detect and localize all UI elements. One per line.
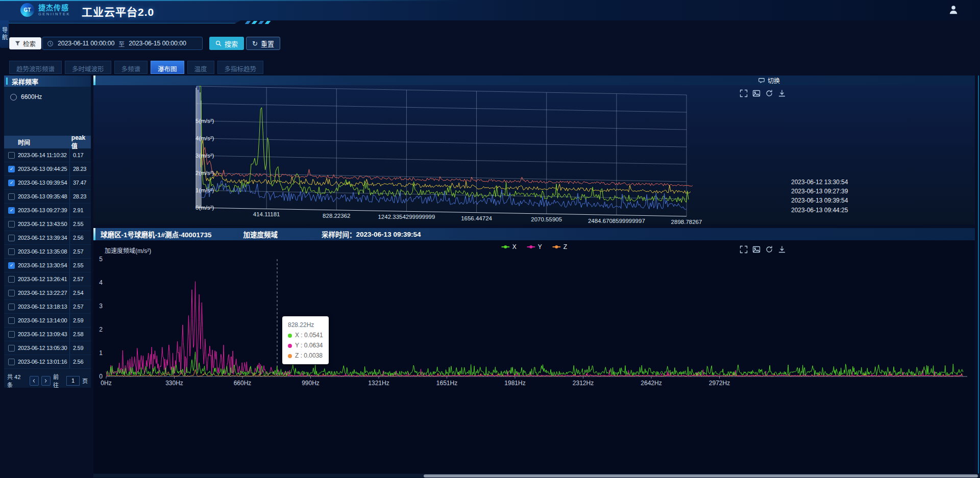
legend-item-z[interactable]: Z — [552, 243, 567, 250]
row-peak: 2.55 — [69, 217, 91, 231]
tab-6[interactable]: 多指标趋势 — [217, 61, 264, 74]
frequency-options: 6600Hz — [4, 87, 91, 136]
table-row[interactable]: ✓2023-06-13 09:39:5437.47 — [4, 176, 91, 190]
table-row[interactable]: 2023-06-12 13:01:162.56 — [4, 355, 91, 369]
sample-time-label: 采样时间： — [322, 229, 356, 239]
legend-item-x[interactable]: X — [501, 243, 517, 250]
row-checkbox[interactable] — [8, 152, 15, 159]
table-row[interactable]: 2023-06-12 13:26:412.57 — [4, 272, 91, 286]
row-checkbox[interactable] — [8, 345, 15, 351]
fullscreen-icon[interactable] — [740, 89, 748, 97]
user-icon[interactable] — [948, 5, 959, 15]
prev-page-button[interactable] — [30, 376, 39, 386]
svg-text:1656.44724: 1656.44724 — [461, 215, 492, 221]
row-peak: 2.57 — [69, 245, 91, 258]
svg-text:1242.3354299999999: 1242.3354299999999 — [378, 214, 435, 220]
measure-type: 加速度频域 — [243, 229, 278, 239]
table-row[interactable]: ✓2023-06-13 09:44:2528.23 — [4, 162, 91, 176]
row-checkbox[interactable] — [8, 317, 15, 324]
row-time: 2023-06-12 13:26:41 — [18, 276, 69, 282]
brand-name-cn: 捷杰传感 — [38, 4, 70, 12]
row-checkbox[interactable]: ✓ — [8, 207, 15, 214]
panel-accent — [93, 76, 95, 85]
row-checkbox[interactable]: ✓ — [8, 180, 15, 186]
page-number-input[interactable] — [66, 376, 80, 386]
save-image-icon[interactable] — [752, 245, 761, 254]
date-start-input[interactable]: 2023-06-11 00:00:00 — [58, 40, 114, 47]
waterfall-legend-item[interactable]: 2023-06-13 09:39:54 — [791, 196, 848, 205]
row-checkbox[interactable]: ✓ — [8, 262, 15, 269]
row-peak: 2.55 — [69, 259, 91, 272]
svg-text:2484.6708599999997: 2484.6708599999997 — [588, 218, 645, 224]
row-checkbox[interactable] — [8, 331, 15, 338]
table-row[interactable]: 2023-06-13 09:35:4828.23 — [4, 190, 91, 204]
waterfall-chart[interactable]: 5(m/s²)4(m/s²)3(m/s²)2(m/s²)1(m/s²)0(m/s… — [93, 85, 789, 224]
date-range-picker[interactable]: 2023-06-11 00:00:00 至 2023-06-15 00:00:0… — [42, 37, 203, 50]
search-button[interactable]: 搜索 — [209, 37, 244, 50]
tab-5[interactable]: 温度 — [187, 61, 214, 74]
svg-text:2312Hz: 2312Hz — [573, 380, 594, 387]
waterfall-legend-item[interactable]: 2023-06-13 09:27:39 — [791, 187, 848, 196]
chevron-left-icon — [31, 378, 37, 384]
frequency-radio-6600hz[interactable]: 6600Hz — [10, 93, 85, 100]
row-peak: 28.23 — [69, 190, 91, 203]
svg-text:4: 4 — [99, 279, 103, 286]
waterfall-legend-item[interactable]: 2023-06-12 13:30:54 — [791, 178, 848, 187]
radio-circle-icon[interactable] — [10, 94, 17, 100]
table-row[interactable]: ✓2023-06-12 13:30:542.55 — [4, 259, 91, 272]
page-title: 工业云平台2.0 — [82, 4, 154, 19]
fullscreen-icon[interactable] — [740, 245, 748, 254]
svg-text:1: 1 — [99, 349, 103, 357]
restore-icon[interactable] — [765, 245, 773, 254]
restore-icon[interactable] — [765, 89, 773, 97]
row-checkbox[interactable] — [8, 359, 15, 365]
reset-button[interactable]: ↻ 重置 — [246, 37, 280, 50]
header-decor-slashes — [246, 21, 270, 24]
row-checkbox[interactable]: ✓ — [8, 166, 15, 172]
table-row[interactable]: 2023-06-14 11:10:320.17 — [4, 148, 91, 162]
table-row[interactable]: 2023-06-12 13:39:342.56 — [4, 231, 91, 245]
waterfall-legend-item[interactable]: 2023-06-13 09:44:25 — [791, 206, 848, 215]
tooltip-row: Y : 0.0634 — [288, 340, 323, 350]
table-row[interactable]: 2023-06-12 13:18:132.57 — [4, 300, 91, 314]
date-end-input[interactable]: 2023-06-15 00:00:00 — [129, 40, 186, 47]
next-page-button[interactable] — [41, 376, 51, 386]
row-checkbox[interactable] — [8, 248, 15, 255]
tab-3[interactable]: 多频谱 — [114, 61, 148, 74]
row-time: 2023-06-12 13:30:54 — [18, 262, 69, 268]
svg-text:2898.78267: 2898.78267 — [671, 219, 702, 224]
table-row[interactable]: 2023-06-12 13:14:002.59 — [4, 314, 91, 328]
table-row[interactable]: 2023-06-12 13:05:302.59 — [4, 341, 91, 355]
header-decor-band — [9, 20, 241, 23]
switch-button[interactable]: 切换 — [758, 76, 780, 85]
nav-vertical-tab[interactable]: 导航 — [0, 20, 9, 48]
row-checkbox[interactable] — [8, 221, 15, 228]
tab-1[interactable]: 趋势波形频谱 — [9, 61, 62, 74]
row-time: 2023-06-12 13:35:08 — [18, 248, 69, 255]
table-row[interactable]: 2023-06-12 13:22:272.54 — [4, 286, 91, 300]
download-icon[interactable] — [778, 89, 786, 97]
table-row[interactable]: 2023-06-12 13:43:502.55 — [4, 217, 91, 231]
legend-label: X — [512, 243, 517, 250]
legend-item-y[interactable]: Y — [527, 243, 542, 250]
legend-label: Y — [538, 243, 542, 250]
download-icon[interactable] — [778, 245, 786, 254]
brand-logo: GT 捷杰传感 GENIINTEK — [20, 3, 70, 17]
spectrum-chart[interactable]: 0Hz330Hz660Hz990Hz1321Hz1651Hz1981Hz2312… — [93, 240, 975, 473]
tab-4[interactable]: 瀑布图 — [151, 61, 184, 74]
panel-right-edge — [978, 76, 979, 473]
row-checkbox[interactable] — [8, 193, 15, 200]
table-row[interactable]: 2023-06-12 13:09:432.58 — [4, 328, 91, 341]
table-row[interactable]: 2023-06-12 13:35:082.57 — [4, 245, 91, 259]
scrollbar-thumb[interactable] — [424, 474, 978, 477]
filter-button[interactable]: 检索 — [9, 37, 41, 49]
date-to-label: 至 — [118, 39, 125, 48]
table-row[interactable]: ✓2023-06-13 09:27:392.91 — [4, 204, 91, 217]
save-image-icon[interactable] — [752, 89, 761, 97]
row-checkbox[interactable] — [8, 235, 15, 241]
row-checkbox[interactable] — [8, 290, 15, 296]
horizontal-scrollbar[interactable] — [93, 474, 980, 477]
tab-2[interactable]: 多时域波形 — [65, 61, 111, 74]
row-checkbox[interactable] — [8, 276, 15, 283]
row-checkbox[interactable] — [8, 304, 15, 310]
